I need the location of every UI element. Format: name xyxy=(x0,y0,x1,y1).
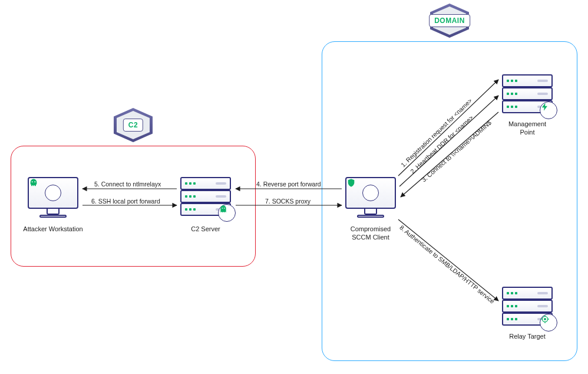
arrow-5-label: 5. Connect to ntlmrelayx xyxy=(94,181,161,188)
arrow-4-label: 4. Reverse port forward xyxy=(256,181,321,188)
arrow-7-label: 7. SOCKS proxy xyxy=(265,198,310,205)
diagram-canvas: C2 DOMAIN Attacker Workstation C2 Server… xyxy=(0,0,588,374)
arrow-6-label: 6. SSH local port forward xyxy=(91,198,160,205)
